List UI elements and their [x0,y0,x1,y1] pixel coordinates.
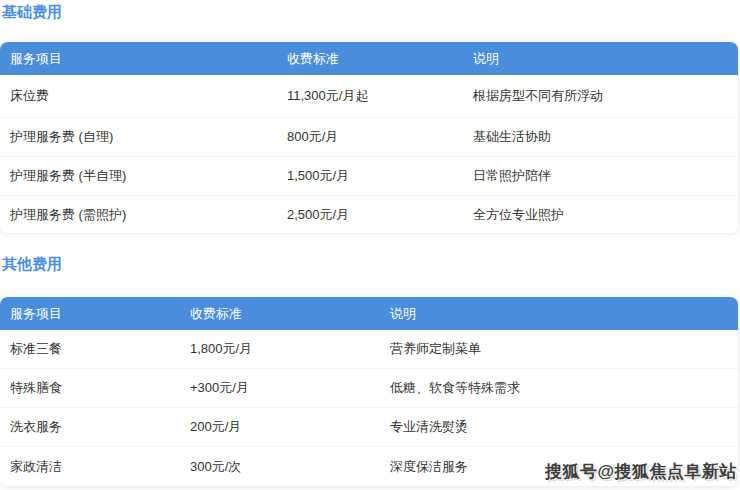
price-cell: 1,800元/月 [180,340,380,358]
service-cell: 标准三餐 [0,340,180,358]
column-header-note: 说明 [463,50,738,68]
table-row: 护理服务费 (需照护) 2,500元/月 全方位专业照护 [0,195,738,233]
note-cell: 基础生活协助 [463,128,738,146]
article-fees-page: 基础费用 服务项目 收费标准 说明 床位费 11,300元/月起 根据房型不同有… [0,0,740,490]
price-cell: 800元/月 [277,128,463,146]
service-cell: 护理服务费 (半自理) [0,167,277,185]
service-cell: 护理服务费 (自理) [0,128,277,146]
service-cell: 洗衣服务 [0,418,180,436]
note-cell: 根据房型不同有所浮动 [463,87,738,105]
price-cell: +300元/月 [180,379,380,397]
note-cell: 全方位专业照护 [463,206,738,224]
table-row: 床位费 11,300元/月起 根据房型不同有所浮动 [0,75,738,117]
table-row: 护理服务费 (自理) 800元/月 基础生活协助 [0,117,738,156]
service-cell: 护理服务费 (需照护) [0,206,277,224]
column-header-price: 收费标准 [277,50,463,68]
table-header-row: 服务项目 收费标准 说明 [0,297,738,330]
price-cell: 1,500元/月 [277,167,463,185]
service-cell: 床位费 [0,87,277,105]
sohu-watermark: 搜狐号@搜狐焦点阜新站 [545,460,737,483]
table-row: 洗衣服务 200元/月 专业清洗熨烫 [0,407,738,446]
service-cell: 特殊膳食 [0,379,180,397]
service-cell: 家政清洁 [0,458,180,476]
column-header-service: 服务项目 [0,305,180,323]
table-row: 护理服务费 (半自理) 1,500元/月 日常照护陪伴 [0,156,738,195]
column-header-price: 收费标准 [180,305,380,323]
section-title-basic-fees: 基础费用 [2,0,740,20]
price-cell: 2,500元/月 [277,206,463,224]
column-header-note: 说明 [380,305,738,323]
table-row: 特殊膳食 +300元/月 低糖、软食等特殊需求 [0,368,738,407]
note-cell: 日常照护陪伴 [463,167,738,185]
price-cell: 300元/次 [180,458,380,476]
basic-fees-table: 服务项目 收费标准 说明 床位费 11,300元/月起 根据房型不同有所浮动 护… [0,42,738,233]
other-fees-table: 服务项目 收费标准 说明 标准三餐 1,800元/月 营养师定制菜单 特殊膳食 … [0,297,738,486]
note-cell: 低糖、软食等特殊需求 [380,379,738,397]
table-header-row: 服务项目 收费标准 说明 [0,42,738,75]
section-title-other-fees: 其他费用 [2,256,740,272]
price-cell: 200元/月 [180,418,380,436]
note-cell: 专业清洗熨烫 [380,418,738,436]
table-row: 标准三餐 1,800元/月 营养师定制菜单 [0,330,738,368]
note-cell: 营养师定制菜单 [380,340,738,358]
price-cell: 11,300元/月起 [277,87,463,105]
column-header-service: 服务项目 [0,50,277,68]
